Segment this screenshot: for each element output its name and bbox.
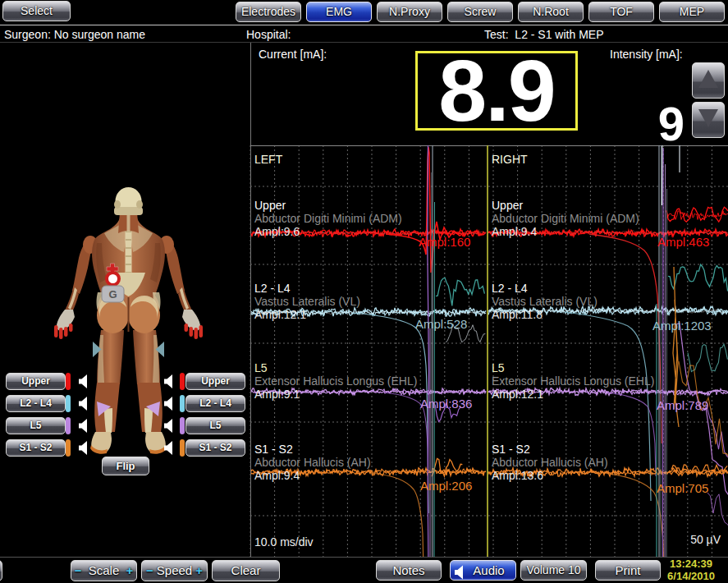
svg-text:Ampl:9.4: Ampl:9.4 xyxy=(492,225,537,238)
svg-text:Ampl:9.4: Ampl:9.4 xyxy=(254,469,300,482)
svg-text:Vastus Lateralis (VL): Vastus Lateralis (VL) xyxy=(492,295,598,308)
svg-text:L5: L5 xyxy=(492,361,505,374)
svg-text:Extensor Hallucis Longus (EHL): Extensor Hallucis Longus (EHL) xyxy=(254,374,417,388)
svg-text:Vastus Lateralis (VL): Vastus Lateralis (VL) xyxy=(254,295,360,308)
svg-text:Upper: Upper xyxy=(254,199,286,212)
svg-text:Ampl:160: Ampl:160 xyxy=(419,235,470,249)
svg-text:Ampl:9.1: Ampl:9.1 xyxy=(254,388,300,401)
svg-text:Ampl:9.6: Ampl:9.6 xyxy=(254,225,300,238)
svg-text:Ampl:206: Ampl:206 xyxy=(420,479,472,493)
svg-text:LEFT: LEFT xyxy=(254,153,283,166)
svg-text:Ampl:705: Ampl:705 xyxy=(657,481,708,495)
svg-text:Abductor Hallucis (AH): Abductor Hallucis (AH) xyxy=(254,456,371,469)
svg-text:Abductor Digiti Minimi (ADM): Abductor Digiti Minimi (ADM) xyxy=(492,212,639,225)
svg-text:Extensor Hallucis Longus (EHL): Extensor Hallucis Longus (EHL) xyxy=(492,374,654,388)
svg-text:S1 - S2: S1 - S2 xyxy=(492,443,530,456)
svg-text:Ampl:12.1: Ampl:12.1 xyxy=(492,388,543,401)
svg-text:L2 - L4: L2 - L4 xyxy=(254,282,291,295)
svg-text:Ampl:528: Ampl:528 xyxy=(415,317,467,331)
svg-text:Ampl:463: Ampl:463 xyxy=(657,235,709,249)
svg-text:Ampl:12.1: Ampl:12.1 xyxy=(254,308,306,321)
svg-text:S1 - S2: S1 - S2 xyxy=(254,443,293,456)
svg-text:L2 - L4: L2 - L4 xyxy=(492,282,528,295)
svg-text:Ampl:11.8: Ampl:11.8 xyxy=(492,308,543,321)
svg-text:RIGHT: RIGHT xyxy=(492,153,528,166)
svg-text:Upper: Upper xyxy=(492,199,523,212)
svg-text:Abductor Hallucis (AH): Abductor Hallucis (AH) xyxy=(492,456,608,469)
svg-text:Ampl:789: Ampl:789 xyxy=(657,398,708,412)
svg-text:Abductor Digiti Minimi (ADM): Abductor Digiti Minimi (ADM) xyxy=(254,212,402,225)
svg-text:50 µV: 50 µV xyxy=(690,533,721,546)
svg-text:Ampl:836: Ampl:836 xyxy=(420,397,472,411)
svg-text:10.0 ms/div: 10.0 ms/div xyxy=(254,535,314,549)
svg-text:Ampl:13.6: Ampl:13.6 xyxy=(492,469,543,482)
svg-text:L5: L5 xyxy=(254,361,268,374)
svg-text:Ampl:1203: Ampl:1203 xyxy=(652,319,712,333)
